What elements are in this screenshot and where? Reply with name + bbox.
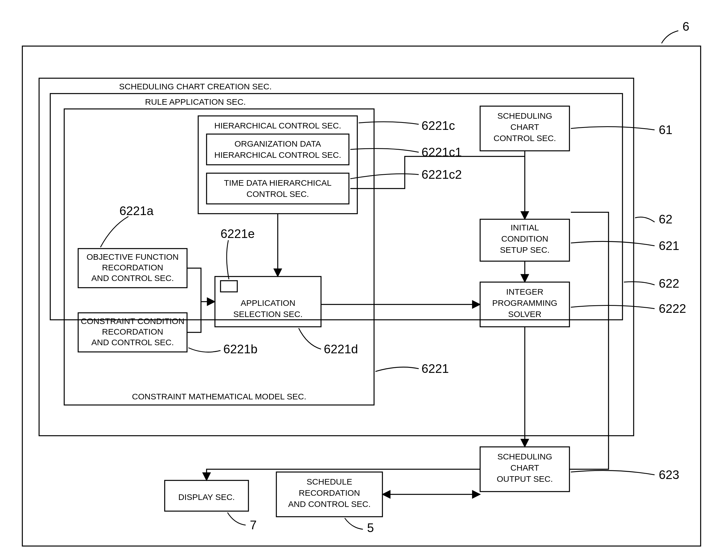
label-6222-l3: SOLVER xyxy=(508,309,541,319)
ref-6222: 6222 xyxy=(659,302,686,315)
box-6221e xyxy=(221,281,237,292)
label-7: DISPLAY SEC. xyxy=(178,492,235,502)
label-6221c1-l2: HIERARCHICAL CONTROL SEC. xyxy=(214,150,342,159)
system-block-diagram: 6 SCHEDULING CHART CREATION SEC. 62 RULE… xyxy=(0,0,728,560)
label-5-l2: RECORDATION xyxy=(299,488,360,497)
label-6221d-l1: APPLICATION xyxy=(241,298,295,308)
label-621-l3: SETUP SEC. xyxy=(500,245,550,254)
conn-recordation-join xyxy=(187,268,201,332)
label-62: SCHEDULING CHART CREATION SEC. xyxy=(119,82,272,91)
container-6 xyxy=(22,46,701,546)
label-5-l3: AND CONTROL SEC. xyxy=(288,499,371,509)
ref-6221e: 6221e xyxy=(221,227,255,240)
label-622-title: RULE APPLICATION SEC. xyxy=(145,97,246,106)
label-61-l1: SCHEDULING xyxy=(497,111,552,120)
label-623-l1: SCHEDULING xyxy=(497,452,552,461)
label-61-l2: CHART xyxy=(510,122,539,132)
ref-61: 61 xyxy=(659,123,672,137)
label-6221c1-l1: ORGANIZATION DATA xyxy=(235,139,321,148)
label-6221b-l3: AND CONTROL SEC. xyxy=(91,338,174,347)
label-6221c2-l2: CONTROL SEC. xyxy=(247,189,309,199)
ref-6221c: 6221c xyxy=(421,119,455,132)
ref-5: 5 xyxy=(367,521,374,535)
ref-6221d: 6221d xyxy=(324,342,358,356)
conn-output-feedback xyxy=(569,212,608,469)
ref-6221b: 6221b xyxy=(223,342,257,356)
ref-622: 622 xyxy=(659,277,679,290)
ref-6221: 6221 xyxy=(421,362,449,375)
ref-6221a: 6221a xyxy=(120,204,154,218)
label-5-l1: SCHEDULE xyxy=(307,477,352,486)
label-6221a-l1: OBJECTIVE FUNCTION xyxy=(87,252,179,261)
label-6221c: HIERARCHICAL CONTROL SEC. xyxy=(214,121,342,130)
ref-621: 621 xyxy=(659,239,679,252)
ref-7: 7 xyxy=(250,518,257,532)
ref-6221c2: 6221c2 xyxy=(421,168,462,181)
label-6221-title: CONSTRAINT MATHEMATICAL MODEL SEC. xyxy=(132,392,307,401)
label-623-l2: CHART xyxy=(510,463,539,472)
label-6221d-l2: SELECTION SEC. xyxy=(233,309,303,319)
ref-6: 6 xyxy=(682,20,689,33)
label-623-l3: OUTPUT SEC. xyxy=(496,474,553,483)
label-61-l3: CONTROL SEC. xyxy=(493,134,556,143)
label-6221a-l2: RECORDATION xyxy=(102,263,163,272)
label-6221c2-l1: TIME DATA HIERARCHICAL xyxy=(224,178,332,187)
box-6221c2 xyxy=(207,173,349,204)
ref-623: 623 xyxy=(659,468,679,482)
label-6221a-l3: AND CONTROL SEC. xyxy=(91,273,174,283)
ref-62: 62 xyxy=(659,212,672,226)
label-6222-l1: INTEGER xyxy=(506,287,543,296)
box-6221c1 xyxy=(207,134,349,165)
label-6221b-l2: RECORDATION xyxy=(102,327,163,336)
label-621-l1: INITIAL xyxy=(510,223,539,232)
label-6221b-l1: CONSTRAINT CONDITION xyxy=(81,316,184,326)
label-6222-l2: PROGRAMMING xyxy=(492,298,557,308)
label-621-l2: CONDITION xyxy=(501,234,548,243)
